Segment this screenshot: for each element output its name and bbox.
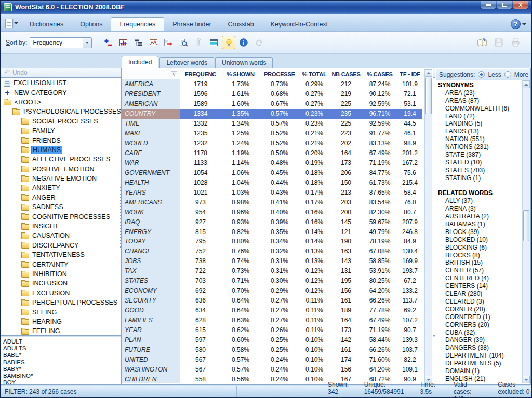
suggestion-entry[interactable]: CLEARED (3)	[438, 298, 522, 306]
table-row[interactable]: FAMILIES 628 0.63% 0.27% 0.11% 164 67.49…	[122, 315, 424, 325]
suggestion-entry[interactable]: DANGERS (38)	[438, 344, 522, 352]
distribution-chart-button[interactable]	[147, 36, 160, 49]
close-button[interactable]: x	[513, 1, 528, 9]
more-radio[interactable]	[504, 71, 511, 78]
suggestion-entry[interactable]: NATION (551)	[438, 135, 522, 143]
suggestion-entry[interactable]: BLOCK (39)	[438, 228, 522, 236]
table-row[interactable]: TAX 722 0.73% 0.31% 0.12% 131 53.91% 193…	[122, 266, 424, 276]
suggestion-entry[interactable]: STATE (387)	[438, 151, 522, 159]
table-row[interactable]: AMERICAN 1589 1.60% 0.67% 0.27% 225 92.5…	[122, 99, 424, 109]
suggestion-entry[interactable]: COMMONWEALTH (6)	[438, 105, 522, 113]
suggestion-entry[interactable]: CENTERED (4)	[438, 275, 522, 282]
information-button[interactable]	[237, 36, 250, 49]
suggestion-entry[interactable]: LANDING (5)	[438, 120, 522, 128]
table-row[interactable]: GOOD 634 0.64% 0.27% 0.11% 189 77.78% 69…	[122, 306, 424, 315]
column-header[interactable]: FREQUENC	[180, 69, 221, 79]
suggestion-entry[interactable]: RELATED WORDS	[438, 189, 522, 197]
table-row[interactable]: CARE 1178 1.19% 0.50% 0.20% 164 67.49% 2…	[122, 148, 424, 158]
suggestion-entry[interactable]: STATING (1)	[438, 174, 522, 182]
menu-tab[interactable]: Options	[72, 18, 111, 31]
menu-tab[interactable]: Dictionaries	[21, 18, 72, 31]
suggestion-entry[interactable]: NATIONS (231)	[438, 143, 522, 151]
table-row[interactable]: ECONOMY 692 0.70% 0.29% 0.12% 156 64.20%…	[122, 286, 424, 296]
less-radio[interactable]	[478, 71, 485, 78]
suggestion-entry[interactable]: BAHAMAS (1)	[438, 221, 522, 228]
table-row[interactable]: JOBS 738 0.74% 0.31% 0.13% 143 58.85% 16…	[122, 256, 424, 266]
column-header[interactable]: % SHOWN	[221, 69, 260, 79]
restore-button[interactable]	[497, 1, 512, 9]
suggestions-scrollbar[interactable]	[522, 80, 530, 383]
suggestion-entry[interactable]: CENTER (57)	[438, 267, 522, 275]
add-remove-words-button[interactable]	[101, 36, 115, 49]
word-list-tab[interactable]: Leftover words	[159, 57, 214, 68]
table-row[interactable]: FUTURE 580 0.58% 0.25% 0.10% 161 66.26% …	[122, 345, 424, 354]
suggestion-entry[interactable]: STATES (703)	[438, 167, 522, 174]
suggestion-entry[interactable]: SYNONYMS	[438, 81, 522, 89]
help-button[interactable]: ?	[511, 19, 529, 29]
suggestion-entry[interactable]: DEPARTMENTS (5)	[438, 360, 522, 367]
column-header[interactable]: NB CASES	[330, 69, 362, 79]
scrollbar-thumb[interactable]	[425, 78, 432, 114]
table-row[interactable]: PLAN 597 0.60% 0.25% 0.10% 142 58.44% 13…	[122, 335, 424, 345]
scroll-up-arrow-icon[interactable]	[425, 69, 432, 77]
table-row[interactable]: STATES 703 0.71% 0.30% 0.12% 195 80.25% …	[122, 276, 424, 286]
suggestions-bulb-button[interactable]	[222, 36, 235, 49]
word-list-tab[interactable]: Unknown words	[215, 57, 273, 68]
outline-report-button[interactable]	[131, 36, 145, 49]
table-row[interactable]: IRAQ 927 0.93% 0.39% 0.16% 145 59.67% 20…	[122, 217, 424, 227]
menu-tab[interactable]: Phrase finder	[164, 18, 219, 31]
table-row[interactable]: MAKE 1235 1.25% 0.52% 0.21% 223 91.77% 4…	[122, 129, 424, 139]
suggestion-entry[interactable]: CORNERED (1)	[438, 313, 522, 321]
suggestion-entry[interactable]: CORNERS (20)	[438, 321, 522, 329]
export-button[interactable]	[162, 36, 175, 49]
frequency-histogram-button[interactable]	[116, 36, 130, 49]
suggestion-entry[interactable]: AREAS (87)	[438, 97, 522, 105]
suggestion-entry[interactable]: CORNER (20)	[438, 306, 522, 313]
search-button[interactable]	[177, 36, 190, 49]
save-button[interactable]	[492, 36, 506, 49]
attach-button[interactable]	[192, 36, 205, 49]
table-row[interactable]: WORK 954 0.96% 0.40% 0.16% 200 82.30% 80…	[122, 207, 424, 217]
scroll-up-arrow-icon[interactable]	[523, 80, 530, 88]
table-row[interactable]: AMERICA 1719 1.73% 0.73% 0.29% 212 87.24…	[122, 79, 424, 89]
table-row[interactable]: WASHINGTON 567 0.57% 0.24% 0.10% 156 64.…	[122, 364, 424, 374]
menu-tab[interactable]: Frequencies	[111, 17, 164, 31]
table-row[interactable]: AMERICANS 973 0.98% 0.41% 0.17% 203 83.5…	[122, 197, 424, 207]
column-header[interactable]: PROCESSE	[260, 69, 299, 79]
sort-by-dropdown[interactable]: Frequency	[30, 37, 92, 48]
suggestion-entry[interactable]: CENTERS (14)	[438, 282, 522, 290]
table-row[interactable]: UNITED 567 0.57% 0.24% 0.10% 174 71.60% …	[122, 354, 424, 364]
table-row[interactable]: TIME 1332 1.34% 0.57% 0.23% 225 92.59% 4…	[122, 119, 424, 129]
grid-view-button[interactable]	[207, 36, 220, 49]
suggestion-entry[interactable]: STATED (10)	[438, 159, 522, 167]
table-row[interactable]: SECURITY 636 0.64% 0.27% 0.11% 161 66.26…	[122, 296, 424, 306]
file-menu-button[interactable]	[4, 17, 19, 30]
suggestion-entry[interactable]: BRITISH (15)	[438, 259, 522, 267]
suggestion-entry[interactable]: CLEAR (280)	[438, 290, 522, 298]
menu-tab[interactable]: Crosstab	[220, 18, 262, 31]
table-row[interactable]: GOVERNMENT 1054 1.06% 0.45% 0.18% 206 84…	[122, 168, 424, 177]
table-row[interactable]: WORLD 1232 1.24% 0.52% 0.21% 202 83.13% …	[122, 139, 424, 148]
suggestion-entry[interactable]: BLOCKED (10)	[438, 236, 522, 244]
scrollbar-thumb[interactable]	[523, 210, 529, 241]
word-list-tab[interactable]: Included	[122, 56, 158, 68]
column-header[interactable]: % CASES	[362, 69, 397, 79]
suggestion-entry[interactable]: AUSTRALIA (2)	[438, 213, 522, 221]
dictionary-book-button[interactable]	[475, 36, 489, 49]
print-button[interactable]	[509, 36, 522, 49]
suggestion-entry[interactable]: CUBA (32)	[438, 329, 522, 337]
suggestion-entry[interactable]	[438, 182, 522, 190]
suggestion-entry[interactable]: AREA (23)	[438, 89, 522, 97]
suggestion-entry[interactable]: LAND (72)	[438, 113, 522, 120]
table-row[interactable]: ENERGY 815 0.82% 0.35% 0.14% 121 49.79% …	[122, 227, 424, 237]
table-row[interactable]: HEALTH 1028 1.04% 0.44% 0.18% 150 61.73%…	[122, 177, 424, 187]
suggestion-entry[interactable]: BLOCKS (8)	[438, 252, 522, 259]
suggestion-entry[interactable]: BLOCKING (6)	[438, 244, 522, 252]
refresh-button[interactable]	[252, 36, 265, 49]
word-column-header[interactable]	[122, 69, 180, 79]
table-row[interactable]: COUNTRY 1334 1.35% 0.57% 0.23% 235 96.71…	[122, 109, 424, 119]
suggestion-entry[interactable]: ARENA (3)	[438, 205, 522, 213]
table-row[interactable]: YEARS 1021 1.03% 0.43% 0.17% 213 87.65% …	[122, 187, 424, 197]
table-row[interactable]: YEAR 615 0.62% 0.26% 0.11% 173 71.19% 90…	[122, 325, 424, 335]
suggestion-entry[interactable]: LANDS (13)	[438, 128, 522, 135]
